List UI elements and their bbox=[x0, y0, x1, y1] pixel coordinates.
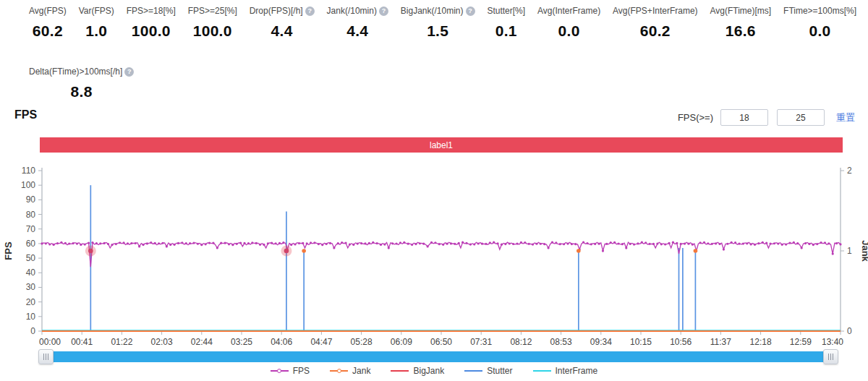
svg-text:FPS: FPS bbox=[3, 241, 14, 260]
svg-text:11:37: 11:37 bbox=[710, 337, 731, 345]
legend-item-fps[interactable]: FPS bbox=[271, 366, 310, 376]
svg-text:09:34: 09:34 bbox=[590, 337, 612, 345]
performance-dashboard: Avg(FPS)60.2Var(FPS)1.0FPS>=18[%]100.0FP… bbox=[0, 0, 868, 381]
metric-value: 16.6 bbox=[726, 22, 756, 40]
chart-legend: FPSJankBigJankStutterInterFrame bbox=[0, 366, 868, 376]
section-title: FPS bbox=[14, 108, 37, 121]
svg-text:10: 10 bbox=[26, 312, 36, 322]
svg-text:07:31: 07:31 bbox=[470, 337, 492, 345]
metric-label: FTime>=100ms[%] bbox=[783, 6, 856, 16]
svg-text:02:44: 02:44 bbox=[191, 337, 213, 345]
metric: Drop(FPS)[/h]?4.4 bbox=[250, 6, 315, 40]
svg-text:2: 2 bbox=[847, 166, 852, 176]
help-icon[interactable]: ? bbox=[305, 7, 315, 16]
metric: Stutter[%]0.1 bbox=[487, 6, 525, 40]
svg-text:03:25: 03:25 bbox=[231, 337, 252, 345]
metric-label: Delta(FTime)>100ms[/h]? bbox=[29, 67, 134, 77]
metric-value: 1.0 bbox=[85, 22, 107, 40]
svg-text:Jank: Jank bbox=[860, 240, 868, 262]
metric-label: Var(FPS) bbox=[79, 6, 114, 16]
svg-text:02:03: 02:03 bbox=[151, 337, 173, 345]
svg-text:13:40: 13:40 bbox=[822, 337, 843, 345]
legend-item-jank[interactable]: Jank bbox=[330, 366, 370, 376]
svg-text:40: 40 bbox=[26, 267, 36, 278]
help-icon[interactable]: ? bbox=[466, 7, 475, 16]
svg-text:0: 0 bbox=[847, 326, 852, 336]
metric: FPS>=25[%]100.0 bbox=[188, 6, 237, 40]
metric: Var(FPS)1.0 bbox=[79, 6, 114, 40]
help-icon[interactable]: ? bbox=[379, 7, 388, 16]
help-icon[interactable]: ? bbox=[124, 67, 134, 77]
grip-icon bbox=[828, 354, 833, 360]
metrics-row-2: Delta(FTime)>100ms[/h]?8.8 bbox=[29, 67, 134, 100]
chart-label-banner[interactable]: label1 bbox=[40, 137, 843, 153]
legend-label: Jank bbox=[352, 366, 370, 376]
metric-value: 0.0 bbox=[809, 22, 830, 40]
metric: Avg(FTime)[ms]16.6 bbox=[710, 6, 771, 40]
svg-text:10:15: 10:15 bbox=[630, 337, 652, 345]
legend-label: InterFrame bbox=[556, 366, 598, 376]
svg-text:06:50: 06:50 bbox=[430, 337, 452, 345]
legend-marker-icon bbox=[533, 370, 551, 372]
legend-marker-icon bbox=[391, 370, 409, 372]
chart-canvas[interactable]: 010203040506070809010011001200:0000:4101… bbox=[0, 163, 868, 345]
svg-text:04:06: 04:06 bbox=[271, 337, 292, 345]
legend-item-stutter[interactable]: Stutter bbox=[464, 366, 512, 376]
svg-text:90: 90 bbox=[26, 194, 36, 205]
metric-label: Drop(FPS)[/h]? bbox=[250, 6, 315, 16]
metric: Avg(FPS+InterFrame)60.2 bbox=[613, 6, 697, 40]
metric-value: 60.2 bbox=[640, 22, 671, 40]
metric-label: Avg(InterFrame) bbox=[537, 6, 600, 16]
metric-value: 100.0 bbox=[193, 22, 232, 40]
legend-label: FPS bbox=[293, 366, 310, 376]
legend-item-interframe[interactable]: InterFrame bbox=[533, 366, 598, 376]
svg-text:00:41: 00:41 bbox=[71, 337, 93, 345]
fps-threshold-input-low[interactable] bbox=[720, 109, 768, 126]
svg-text:20: 20 bbox=[26, 297, 36, 307]
svg-text:00:00: 00:00 bbox=[39, 337, 61, 345]
grip-icon bbox=[43, 354, 48, 360]
fps-threshold-input-high[interactable] bbox=[777, 109, 825, 126]
metric-value: 100.0 bbox=[132, 22, 171, 40]
scrollbar-left-handle[interactable] bbox=[38, 349, 54, 364]
metric-label: FPS>=25[%] bbox=[188, 6, 237, 16]
legend-marker-icon bbox=[330, 370, 348, 372]
svg-text:50: 50 bbox=[26, 253, 36, 263]
metrics-row-1: Avg(FPS)60.2Var(FPS)1.0FPS>=18[%]100.0FP… bbox=[29, 6, 856, 40]
svg-text:08:53: 08:53 bbox=[550, 337, 572, 345]
svg-text:05:28: 05:28 bbox=[351, 337, 373, 345]
scrollbar-track[interactable] bbox=[52, 351, 825, 362]
legend-label: Stutter bbox=[487, 366, 512, 376]
svg-text:80: 80 bbox=[26, 210, 36, 220]
metric: BigJank(/10min)?1.5 bbox=[401, 6, 475, 40]
scrollbar-right-handle[interactable] bbox=[823, 349, 838, 364]
metric-value: 60.2 bbox=[33, 22, 63, 40]
legend-marker-icon bbox=[271, 370, 289, 372]
chart-scrollbar[interactable] bbox=[38, 349, 838, 364]
metric-label: Avg(FPS+InterFrame) bbox=[613, 6, 697, 16]
metric: Delta(FTime)>100ms[/h]?8.8 bbox=[29, 67, 134, 100]
metric-value: 4.4 bbox=[271, 22, 293, 40]
fps-threshold-filter: FPS(>=) 重置 bbox=[678, 109, 855, 126]
metric: FPS>=18[%]100.0 bbox=[127, 6, 176, 40]
metric-value: 1.5 bbox=[427, 22, 448, 40]
svg-text:08:12: 08:12 bbox=[510, 337, 532, 345]
legend-item-bigjank[interactable]: BigJank bbox=[391, 366, 444, 376]
svg-text:10:56: 10:56 bbox=[670, 337, 692, 345]
metric-label: FPS>=18[%] bbox=[127, 6, 176, 16]
fps-threshold-label: FPS(>=) bbox=[678, 112, 713, 123]
metric: Avg(InterFrame)0.0 bbox=[537, 6, 600, 40]
svg-text:100: 100 bbox=[21, 180, 35, 190]
svg-text:30: 30 bbox=[26, 282, 36, 292]
metric-value: 0.0 bbox=[558, 22, 580, 40]
metric-label: Jank(/10min)? bbox=[327, 6, 388, 16]
metric-value: 4.4 bbox=[346, 22, 368, 40]
svg-text:12:59: 12:59 bbox=[790, 337, 812, 345]
fps-chart[interactable]: 010203040506070809010011001200:0000:4101… bbox=[0, 163, 868, 345]
metric-label: Avg(FPS) bbox=[29, 6, 67, 16]
reset-link[interactable]: 重置 bbox=[836, 111, 855, 124]
metric-label: Stutter[%] bbox=[487, 6, 525, 16]
svg-text:70: 70 bbox=[26, 224, 36, 234]
svg-text:12:18: 12:18 bbox=[750, 337, 772, 345]
svg-text:06:09: 06:09 bbox=[391, 337, 412, 345]
